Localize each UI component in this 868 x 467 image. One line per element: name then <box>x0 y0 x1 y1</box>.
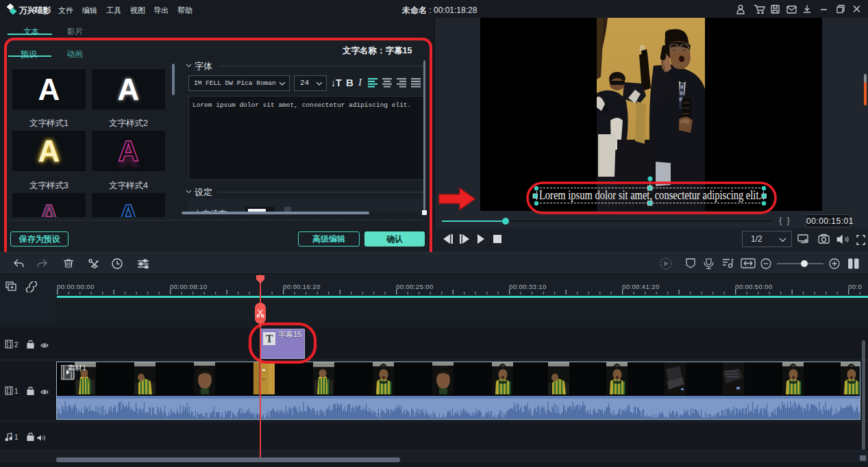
svg-text:2: 2 <box>14 341 18 349</box>
svg-text:1: 1 <box>14 433 18 441</box>
svg-text:1: 1 <box>14 388 18 395</box>
